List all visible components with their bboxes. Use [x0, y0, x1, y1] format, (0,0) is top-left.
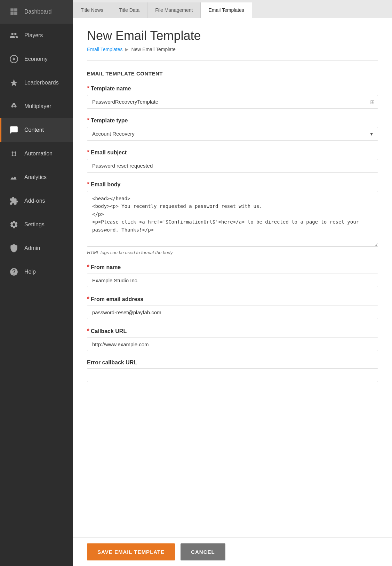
template-name-group: * Template name ⊞: [87, 85, 378, 108]
economy-icon: [8, 54, 19, 65]
required-star-subject: *: [87, 149, 89, 156]
template-type-wrapper: Account Recovery Email Verification ▼: [87, 127, 378, 140]
email-subject-input[interactable]: [87, 159, 378, 172]
callback-url-input[interactable]: [87, 338, 378, 351]
sidebar-item-label: Multiplayer: [24, 103, 51, 110]
template-name-input[interactable]: [87, 95, 378, 108]
section-heading: EMAIL TEMPLATE CONTENT: [87, 71, 378, 76]
sidebar-item-label: Settings: [24, 221, 45, 228]
content-icon: [8, 124, 19, 136]
sidebar-item-label: Add-ons: [24, 198, 45, 204]
error-callback-url-input[interactable]: [87, 369, 378, 382]
template-name-label: * Template name: [87, 85, 378, 92]
analytics-icon: [8, 172, 19, 183]
automation-icon: [8, 148, 19, 159]
tab-file-management[interactable]: File Management: [147, 2, 201, 18]
from-name-group: * From name: [87, 264, 378, 287]
content-area: New Email Template Email Templates ▶ New…: [73, 18, 392, 566]
required-star-type: *: [87, 117, 89, 124]
sidebar-item-help[interactable]: Help: [0, 260, 73, 284]
main-content: Title News Title Data File Management Em…: [73, 0, 392, 566]
tab-email-templates[interactable]: Email Templates: [201, 2, 252, 18]
save-email-template-button[interactable]: SAVE EMAIL TEMPLATE: [87, 543, 175, 560]
required-star: *: [87, 85, 89, 92]
sidebar-item-label: Analytics: [24, 174, 47, 180]
sidebar-item-economy[interactable]: Economy: [0, 47, 73, 71]
from-name-label: * From name: [87, 264, 378, 271]
template-name-wrapper: ⊞: [87, 95, 378, 108]
section-divider: [87, 60, 378, 61]
svg-point-6: [15, 154, 16, 156]
sidebar-item-label: Help: [24, 269, 36, 275]
from-email-input[interactable]: [87, 306, 378, 319]
svg-point-0: [10, 55, 18, 63]
sidebar-item-addons[interactable]: Add-ons: [0, 189, 73, 213]
email-subject-group: * Email subject: [87, 149, 378, 172]
multiplayer-icon: [8, 101, 19, 112]
breadcrumb-link[interactable]: Email Templates: [87, 47, 122, 52]
required-star-from-email: *: [87, 296, 89, 303]
sidebar-item-settings[interactable]: Settings: [0, 213, 73, 236]
from-name-input[interactable]: [87, 274, 378, 287]
tab-title-data[interactable]: Title Data: [111, 2, 147, 18]
sidebar: Dashboard Players Economy Leaderboards M…: [0, 0, 73, 566]
sidebar-item-label: Economy: [24, 56, 48, 62]
svg-point-2: [14, 105, 17, 108]
required-star-body: *: [87, 181, 89, 188]
svg-point-3: [12, 152, 13, 153]
template-type-label: * Template type: [87, 117, 378, 124]
sidebar-item-label: Admin: [24, 245, 40, 251]
addons-icon: [8, 195, 19, 207]
sidebar-item-admin[interactable]: Admin: [0, 236, 73, 260]
tab-title-news[interactable]: Title News: [73, 2, 111, 18]
breadcrumb-current: New Email Template: [131, 47, 175, 52]
from-email-label: * From email address: [87, 296, 378, 303]
error-callback-url-label: Error callback URL: [87, 359, 378, 366]
dashboard-icon: [8, 6, 19, 17]
sidebar-item-analytics[interactable]: Analytics: [0, 165, 73, 189]
svg-point-5: [12, 154, 13, 156]
sidebar-item-label: Dashboard: [24, 9, 51, 15]
callback-url-label: * Callback URL: [87, 328, 378, 335]
svg-point-4: [15, 152, 16, 153]
sidebar-item-dashboard[interactable]: Dashboard: [0, 0, 73, 24]
template-type-select[interactable]: Account Recovery Email Verification: [87, 127, 378, 140]
sidebar-item-label: Players: [24, 32, 43, 39]
breadcrumb-separator: ▶: [125, 47, 128, 52]
error-callback-url-group: Error callback URL: [87, 359, 378, 382]
settings-icon: [8, 219, 19, 230]
required-star-callback: *: [87, 328, 89, 335]
sidebar-item-multiplayer[interactable]: Multiplayer: [0, 95, 73, 118]
admin-icon: [8, 243, 19, 254]
email-body-hint: HTML tags can be used to format the body: [87, 250, 378, 255]
sidebar-item-label: Automation: [24, 151, 53, 157]
template-name-icon: ⊞: [370, 98, 375, 105]
page-title: New Email Template: [87, 29, 378, 43]
leaderboards-icon: [8, 77, 19, 88]
sidebar-item-label: Leaderboards: [24, 80, 59, 86]
email-body-label: * Email body: [87, 181, 378, 188]
help-icon: [8, 266, 19, 277]
sidebar-item-label: Content: [24, 127, 44, 133]
action-bar: SAVE EMAIL TEMPLATE CANCEL: [73, 537, 392, 566]
tab-bar: Title News Title Data File Management Em…: [73, 0, 392, 18]
sidebar-item-players[interactable]: Players: [0, 24, 73, 47]
callback-url-group: * Callback URL: [87, 328, 378, 351]
email-body-textarea[interactable]: [87, 191, 378, 246]
sidebar-item-leaderboards[interactable]: Leaderboards: [0, 71, 73, 95]
template-type-group: * Template type Account Recovery Email V…: [87, 117, 378, 140]
from-email-group: * From email address: [87, 296, 378, 319]
breadcrumb: Email Templates ▶ New Email Template: [87, 47, 378, 52]
sidebar-item-content[interactable]: Content: [0, 118, 73, 142]
email-body-group: * Email body HTML tags can be used to fo…: [87, 181, 378, 255]
players-icon: [8, 30, 19, 41]
sidebar-item-automation[interactable]: Automation: [0, 142, 73, 165]
cancel-button[interactable]: CANCEL: [181, 543, 225, 560]
required-star-from-name: *: [87, 264, 89, 271]
svg-point-1: [11, 105, 14, 108]
email-subject-label: * Email subject: [87, 149, 378, 156]
